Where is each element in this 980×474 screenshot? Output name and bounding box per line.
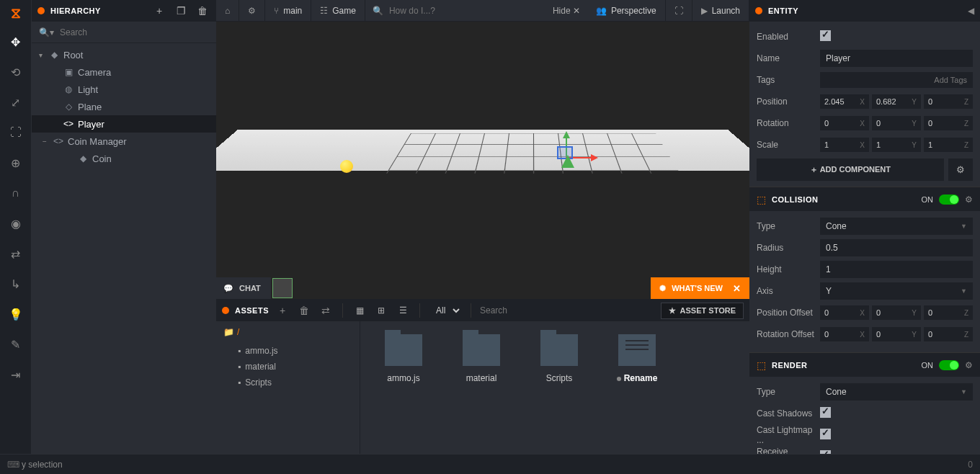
close-icon[interactable]: ✕	[733, 283, 741, 294]
code-icon: <>	[63, 119, 74, 129]
collapse-icon[interactable]: ◀	[968, 6, 974, 16]
rotation-y-input[interactable]: 0Y	[872, 116, 921, 130]
assets-view-list-icon[interactable]: ☰	[395, 305, 411, 316]
collision-radius-input[interactable]	[820, 239, 973, 256]
tags-label: Tags	[757, 75, 820, 85]
render-header[interactable]: ⬚ RENDER ON ⚙	[749, 352, 980, 377]
position-z-input[interactable]: 0Z	[924, 94, 973, 109]
perspective-button[interactable]: 👥Perspective	[587, 0, 666, 22]
transform-gizmo[interactable]	[544, 133, 594, 176]
name-input[interactable]	[820, 50, 973, 67]
hierarchy-search-input[interactable]	[60, 27, 209, 37]
edit-tool-icon[interactable]: ✎	[6, 334, 26, 354]
hierarchy-delete-button[interactable]: 🗑	[195, 5, 210, 17]
collision-header[interactable]: ⬚ COLLISION ON ⚙	[749, 187, 980, 211]
whats-new-button[interactable]: ✺ WHAT'S NEW ✕	[651, 277, 749, 299]
play-icon: ▶	[701, 6, 708, 16]
tree-row-plane[interactable]: ◇Plane	[32, 98, 216, 115]
scene-button[interactable]: ☷Game	[311, 0, 365, 22]
user-avatar[interactable]	[272, 278, 293, 298]
chat-button[interactable]: 💬CHAT	[216, 277, 271, 299]
enabled-label: Enabled	[757, 32, 820, 42]
assets-tree-material[interactable]: ▪material	[223, 359, 352, 375]
add-component-button[interactable]: ＋ ADD COMPONENT	[757, 158, 944, 181]
assets-refresh-button[interactable]: ⇄	[318, 305, 334, 316]
lightbulb-tool-icon[interactable]: 💡	[6, 304, 26, 324]
scale-x-input[interactable]: 1X	[820, 138, 869, 152]
hierarchy-add-button[interactable]: +	[151, 5, 167, 17]
collision-gear-icon[interactable]: ⚙	[965, 194, 973, 205]
collision-axis-select[interactable]: Y▼	[820, 282, 973, 300]
entity-settings-button[interactable]: ⚙	[948, 158, 973, 181]
rotation-z-input[interactable]: 0Z	[924, 116, 973, 130]
assets-root-folder[interactable]: 📁/	[223, 327, 352, 337]
pos-offset-z-input[interactable]: 0Z	[924, 305, 973, 320]
fullscreen-button[interactable]: ⛶	[666, 0, 692, 22]
cast-shadows-checkbox[interactable]	[820, 407, 831, 418]
assets-view-large-icon[interactable]: ▦	[352, 305, 368, 316]
render-gear-icon[interactable]: ⚙	[965, 360, 973, 370]
rotate-tool-icon[interactable]: ⟲	[6, 62, 26, 82]
resize-tool-icon[interactable]: ⛶	[6, 122, 26, 143]
collision-height-input[interactable]	[820, 261, 973, 278]
scale-z-input[interactable]: 1Z	[924, 138, 973, 152]
tree-row-coin-manager[interactable]: −<>Coin Manager	[32, 133, 216, 150]
asset-store-button[interactable]: ★ASSET STORE	[661, 303, 744, 319]
cast-lightmap-checkbox[interactable]	[820, 429, 831, 439]
tags-input[interactable]: Add Tags	[820, 72, 973, 88]
position-x-input[interactable]: 2.045X	[820, 94, 869, 109]
move-tool-icon[interactable]: ✥	[6, 32, 26, 52]
tree-row-player[interactable]: <>Player	[32, 115, 216, 133]
assets-tree-ammo[interactable]: ▪ammo.js	[223, 343, 352, 359]
collision-toggle[interactable]	[939, 194, 959, 205]
collision-type-select[interactable]: Cone▼	[820, 218, 973, 235]
asset-item-ammo[interactable]: ammo.js	[375, 334, 432, 383]
asset-item-material[interactable]: material	[453, 334, 510, 383]
position-y-input[interactable]: 0.682Y	[872, 94, 921, 109]
pos-offset-x-input[interactable]: 0X	[820, 305, 869, 320]
render-toggle[interactable]	[939, 360, 959, 370]
settings-button[interactable]: ⚙	[239, 0, 265, 22]
tree-row-root[interactable]: ▾◆Root	[32, 46, 216, 63]
hide-button[interactable]: Hide ✕	[545, 6, 587, 16]
viewport[interactable]: 💬CHAT ✺ WHAT'S NEW ✕	[216, 22, 749, 299]
enabled-checkbox[interactable]	[820, 30, 831, 41]
assets-search-input[interactable]	[480, 305, 566, 316]
launch-button[interactable]: ▶Launch	[692, 0, 749, 22]
plane-icon: ◇	[63, 102, 74, 112]
assets-add-button[interactable]: +	[275, 305, 290, 316]
assets-view-grid-icon[interactable]: ⊞	[373, 305, 389, 316]
rot-offset-z-input[interactable]: 0Z	[924, 327, 973, 341]
home-button[interactable]: ⌂	[216, 0, 239, 22]
branch-button[interactable]: ⑂main	[265, 0, 311, 22]
scale-y-input[interactable]: 1Y	[872, 138, 921, 152]
export-tool-icon[interactable]: ↳	[6, 274, 26, 294]
tree-row-camera[interactable]: ▣Camera	[32, 63, 216, 81]
tree-row-coin[interactable]: ◆Coin	[32, 150, 216, 167]
chat-icon: 💬	[223, 284, 233, 293]
rot-offset-y-input[interactable]: 0Y	[872, 327, 921, 341]
render-type-select[interactable]: Cone▼	[820, 383, 973, 401]
snap-tool-icon[interactable]: ∩	[6, 183, 26, 203]
help-search-input[interactable]	[389, 6, 538, 16]
rotation-x-input[interactable]: 0X	[820, 116, 869, 130]
asset-item-scripts[interactable]: Scripts	[530, 334, 588, 383]
hierarchy-tree: ▾◆Root ▣Camera ◍Light ◇Plane <>Player −<…	[32, 43, 216, 454]
status-count: 0	[968, 460, 973, 470]
scale-tool-icon[interactable]: ⤢	[6, 92, 26, 112]
pos-offset-y-input[interactable]: 0Y	[872, 305, 921, 320]
assets-title: ASSETS	[235, 306, 269, 315]
world-tool-icon[interactable]: ⊕	[6, 153, 26, 173]
hierarchy-copy-button[interactable]: ❐	[173, 5, 189, 17]
rot-offset-x-input[interactable]: 0X	[820, 327, 869, 341]
entity-icon: ◆	[78, 153, 88, 164]
tree-row-light[interactable]: ◍Light	[32, 81, 216, 98]
visibility-tool-icon[interactable]: ◉	[6, 213, 26, 233]
assets-delete-button[interactable]: 🗑	[296, 305, 312, 316]
asset-item-rename[interactable]: Rename	[608, 334, 666, 383]
sparkle-icon: ✺	[659, 284, 666, 293]
assets-tree-scripts[interactable]: ▪Scripts	[223, 375, 352, 390]
exit-tool-icon[interactable]: ⇥	[6, 365, 26, 385]
assets-filter-select[interactable]: All	[429, 305, 462, 316]
repeat-tool-icon[interactable]: ⇄	[6, 243, 26, 264]
